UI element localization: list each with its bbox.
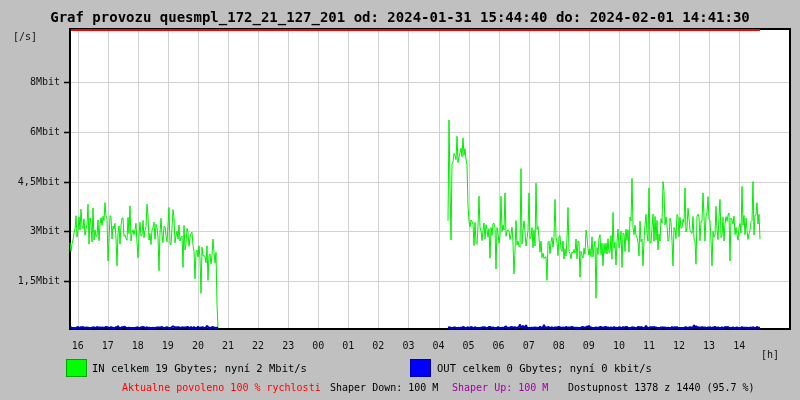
x-axis-label: 12: [666, 340, 692, 351]
y-axis-label: 6Mbit: [0, 126, 60, 137]
x-axis-label: 05: [456, 340, 482, 351]
y-axis-label: 4,5Mbit: [0, 176, 60, 187]
x-axis-label: 22: [245, 340, 271, 351]
x-axis-label: 00: [305, 340, 331, 351]
x-axis-label: 19: [155, 340, 181, 351]
x-axis-label: 02: [365, 340, 391, 351]
y-axis-label: 3Mbit: [0, 225, 60, 236]
x-axis-label: 17: [95, 340, 121, 351]
x-axis-label: 09: [576, 340, 602, 351]
x-axis-label: 23: [275, 340, 301, 351]
x-axis-label: 20: [185, 340, 211, 351]
x-axis-label: 03: [395, 340, 421, 351]
x-axis-label: 14: [726, 340, 752, 351]
x-axis-unit-label: [h]: [761, 349, 779, 360]
x-axis-label: 13: [696, 340, 722, 351]
status-shaper-down: Shaper Down: 100 M: [330, 382, 438, 393]
page-title: Graf provozu quesmpl_172_21_127_201 od: …: [0, 9, 800, 25]
x-axis-label: 06: [486, 340, 512, 351]
in-legend-label: IN celkem 19 Gbytes; nyní 2 Mbit/s: [92, 362, 307, 374]
x-axis-label: 07: [516, 340, 542, 351]
y-axis-label: 8Mbit: [0, 76, 60, 87]
x-axis-label: 16: [65, 340, 91, 351]
status-allowed-speed: Aktualne povoleno 100 % rychlosti: [122, 382, 321, 393]
x-axis-label: 18: [125, 340, 151, 351]
y-axis-label: 1,5Mbit: [0, 275, 60, 286]
status-shaper-up: Shaper Up: 100 M: [452, 382, 548, 393]
traffic-graph-page: Graf provozu quesmpl_172_21_127_201 od: …: [0, 0, 800, 400]
x-axis-label: 11: [636, 340, 662, 351]
status-availability: Dostupnost 1378 z 1440 (95.7 %): [568, 382, 755, 393]
x-axis-label: 21: [215, 340, 241, 351]
in-legend-swatch: [66, 359, 87, 377]
x-axis-label: 08: [546, 340, 572, 351]
x-axis-label: 04: [426, 340, 452, 351]
x-axis-label: 01: [335, 340, 361, 351]
out-legend-swatch: [410, 359, 431, 377]
y-axis-unit-label: [/s]: [13, 31, 37, 42]
x-axis-label: 10: [606, 340, 632, 351]
out-legend-label: OUT celkem 0 Gbytes; nyní 0 kbit/s: [437, 362, 652, 374]
